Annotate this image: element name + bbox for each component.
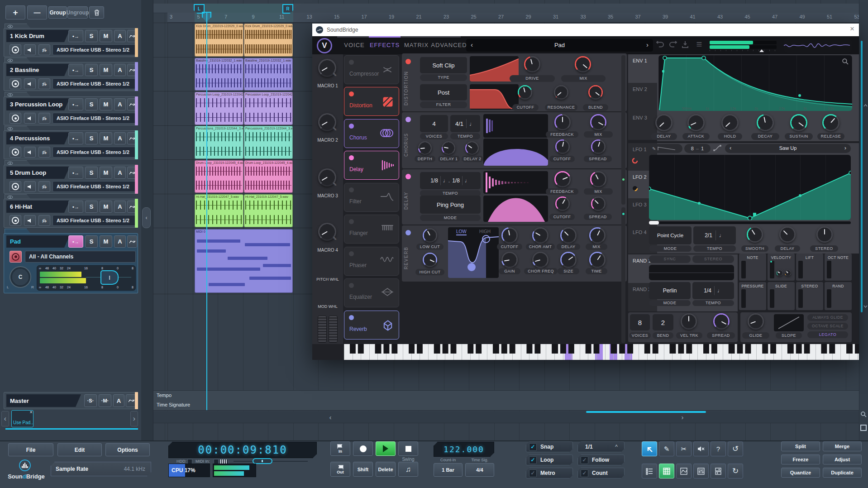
volume-handle-icon[interactable] [759,49,764,52]
ungroup-button[interactable]: Ungroup [67,6,88,19]
mixer-view[interactable] [693,464,709,478]
record-arm-button[interactable] [10,215,21,226]
add-track-button[interactable]: + [5,5,25,19]
chorus-cutoff-knob[interactable] [555,139,570,154]
file-menu[interactable]: File [8,443,53,456]
track-name[interactable]: 3 Percussion Loop [6,98,70,110]
smooth-knob[interactable] [747,226,763,243]
monitor-button[interactable] [24,147,36,158]
drive-knob[interactable] [524,56,540,72]
automation-button[interactable]: A [114,30,126,42]
rand-display[interactable] [649,273,734,280]
delay2-knob[interactable] [465,141,479,155]
voice-spread-knob[interactable] [713,313,730,330]
delay-filter-viz[interactable] [483,196,548,222]
rand-stereo-toggle[interactable]: STEREO [692,255,734,263]
rand-tempo-select[interactable]: 1/4 ♩ [692,282,734,299]
record-arm-button[interactable] [10,181,21,192]
midi-clip[interactable]: MIDI 0 [195,229,293,293]
vscroll-thumb[interactable] [861,41,863,312]
checkbox-unchecked[interactable]: ✓ [581,456,588,464]
note-icon[interactable]: ♩ [717,287,723,294]
io-selector[interactable]: ASIO Fireface USB - Stereo 1/2 [52,147,136,158]
undo-icon[interactable] [656,41,665,50]
route-button[interactable]: •→ [68,167,83,179]
enable-dot[interactable] [349,315,354,320]
release-knob[interactable] [822,114,839,131]
plugin-titlebar[interactable]: SoundBridge × [312,24,859,36]
route-button[interactable]: •→ [68,235,83,248]
automation-button[interactable]: A [114,201,126,213]
time-display[interactable]: 00:00:09:810 [168,442,317,458]
lfo-stereo-knob[interactable] [816,226,833,243]
mpe-lift-cell[interactable]: LIFT [796,254,823,281]
close-icon[interactable]: × [850,24,854,33]
record-button[interactable] [353,441,373,456]
distortion-filter-select[interactable]: Post [420,84,467,100]
solo-button[interactable]: S [85,30,98,42]
snap-toggle[interactable]: ✓ Snap [526,441,573,452]
distortion-type-select[interactable]: Soft Clip [420,57,467,73]
track-header[interactable]: 4 Percussions •→ S M A ♯♭ ASIO Fireface … [4,130,138,159]
mute-button[interactable]: ·M· [99,394,111,407]
grid-view[interactable] [659,464,674,478]
gain-knob[interactable] [501,252,518,268]
enable-dot[interactable] [349,91,354,96]
pencil-tool[interactable]: ✎ [659,441,674,456]
audio-clip[interactable]: Bassline_231019-122032_1.wav [244,58,293,91]
tab-matrix[interactable]: MATRIX [402,42,431,48]
audio-clip[interactable]: Bassline_231019-122032_1.wav [195,58,243,91]
cut-tool[interactable]: ✂ [676,441,692,456]
track-list-view[interactable] [642,464,657,478]
mute-button[interactable]: M [100,98,112,110]
play-button[interactable] [376,441,396,456]
route-button[interactable]: •→ [68,98,83,110]
enable-dot[interactable] [349,251,354,256]
tempo-display[interactable]: 122.000 [434,442,494,457]
vscroll-up-icon[interactable] [863,101,868,110]
clip-editor-view[interactable] [711,464,726,478]
reverb-mix-knob[interactable] [589,227,606,244]
record-arm-button[interactable] [10,251,22,263]
monitor-button[interactable] [24,113,36,124]
help-tool[interactable]: ? [711,441,726,456]
group-button[interactable]: Group [48,6,67,19]
edit-icon[interactable]: ✎ [333,72,337,77]
pan-knob[interactable]: C [10,266,31,288]
options-menu[interactable]: Options [105,443,150,456]
enable-dot[interactable] [349,219,354,224]
curve-button[interactable] [127,235,137,248]
preset-next-icon[interactable]: › [646,41,649,48]
effect-chorus[interactable]: Chorus [344,119,399,148]
delay-tempo-select[interactable]: 1/8 ♩. 1/8 ♩ [420,172,481,189]
edit-icon[interactable]: ✎ [333,127,337,132]
slope-display[interactable] [774,314,804,331]
dist-mix-knob[interactable] [575,56,591,72]
next-shape-icon[interactable]: › [844,144,846,151]
envelope-editor[interactable]: 500ms 1s 1.5s 2s 2.5s 3s 3.5s [658,55,852,111]
close-icon[interactable]: × [30,409,33,415]
caret-up-icon[interactable]: ^ [615,444,618,450]
delete-track-button[interactable] [89,6,104,19]
follow-toggle[interactable]: ✓ Follow [577,455,625,465]
mute-button[interactable]: M [100,167,112,179]
io-selector[interactable]: ASIO Fireface USB - Stereo 1/2 [52,78,136,89]
effect-delay[interactable]: Delay [344,151,399,180]
vscroll-down-icon[interactable] [863,302,868,311]
redo-icon[interactable] [669,41,678,50]
note-icon[interactable]: ♩ [465,177,470,184]
solo-button[interactable]: S [85,64,98,76]
mpe-velocity-cell[interactable]: VELOCITY [768,254,795,281]
attack-knob[interactable] [687,114,705,131]
panel-collapse-handle[interactable]: ‹ [142,207,151,228]
checkbox-checked[interactable]: ✓ [529,456,537,464]
mpe-rand-cell[interactable]: RAND [825,282,852,310]
redo-button[interactable]: ↻ [728,464,743,478]
transpose-button[interactable]: ♯♭ [38,147,50,158]
punch-in-button[interactable]: In [330,441,350,456]
track-header[interactable]: 6 Hi-Hat •→ S M A ♯♭ ASIO Fireface USB -… [4,199,138,228]
reverb-delay-knob[interactable] [560,227,577,244]
audio-clip[interactable]: Kick Drum_231019-122029_0.wav [244,24,293,57]
route-button[interactable]: •→ [68,201,83,213]
enable-dot[interactable] [405,230,411,235]
